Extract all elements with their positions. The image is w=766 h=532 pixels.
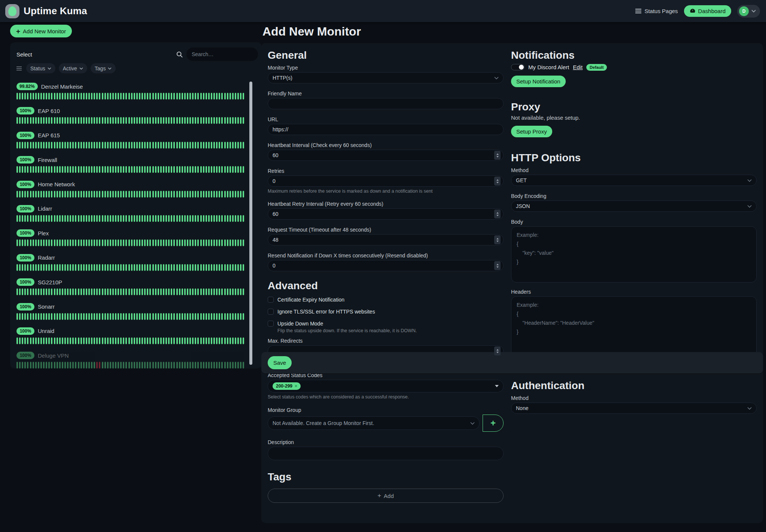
dashboard-button[interactable]: Dashboard <box>684 5 731 17</box>
body-encoding-value: JSON <box>516 203 530 209</box>
body-textarea[interactable] <box>511 226 757 282</box>
monitor-name: Radarr <box>38 254 55 261</box>
chevron-down-icon <box>494 77 499 79</box>
heartbeat-bar <box>16 191 258 198</box>
filter-active[interactable]: Active <box>59 63 87 73</box>
brand-name: Uptime Kuma <box>24 5 87 17</box>
setup-proxy-button[interactable]: Setup Proxy <box>511 126 552 137</box>
max-redirects-label: Max. Redirects <box>268 338 504 344</box>
brand[interactable]: Uptime Kuma <box>5 4 87 18</box>
monitor-item[interactable]: 100%Lidarr <box>16 205 258 222</box>
status-code-tag-label: 200-299 <box>276 384 292 388</box>
number-spinner[interactable] <box>494 261 501 270</box>
retry-interval-input[interactable] <box>268 208 504 220</box>
status-pages-link[interactable]: Status Pages <box>635 8 678 14</box>
monitor-item[interactable]: 100%Firewall <box>16 156 258 173</box>
monitor-list-panel: Select Status Active Tags <box>10 42 262 369</box>
accepted-status-codes-select[interactable]: 200-299 × <box>268 380 504 392</box>
monitor-name: Plex <box>38 230 49 236</box>
body-label: Body <box>511 219 757 225</box>
monitor-item[interactable]: 100%Unraid <box>16 327 258 344</box>
default-badge: Default <box>586 64 607 71</box>
tags-heading: Tags <box>268 471 504 483</box>
number-spinner[interactable] <box>494 346 501 355</box>
uptime-badge: 100% <box>16 327 34 335</box>
monitor-item[interactable]: 100%Sonarr <box>16 303 258 320</box>
heartbeat-bar <box>16 362 258 369</box>
add-new-monitor-label: Add New Monitor <box>23 28 66 34</box>
monitor-group-label: Monitor Group <box>268 407 504 413</box>
form-column-left: General Monitor Type HTTP(s) Friendly Na… <box>268 50 504 503</box>
caret-down-icon <box>495 385 499 387</box>
number-spinner[interactable] <box>494 210 501 218</box>
upside-down-label: Upside Down Mode <box>277 321 323 327</box>
monitor-name: Deluge VPN <box>38 352 69 359</box>
navbar: Uptime Kuma Status Pages Dashboard D <box>0 0 766 22</box>
monitor-item[interactable]: 100%Radarr <box>16 254 258 271</box>
resend-input[interactable] <box>268 260 504 271</box>
number-spinner[interactable] <box>494 235 501 244</box>
monitor-item[interactable]: 99.82%Denzel Markeise <box>16 83 258 100</box>
heartbeat-interval-input[interactable] <box>268 150 504 161</box>
monitor-item[interactable]: 100%SG2210P <box>16 278 258 295</box>
url-input[interactable] <box>268 124 504 135</box>
add-new-monitor-button[interactable]: + Add New Monitor <box>10 25 72 37</box>
save-button[interactable]: Save <box>268 356 292 369</box>
monitor-item[interactable]: 100%EAP 615 <box>16 132 258 149</box>
body-encoding-select[interactable]: JSON <box>511 201 757 212</box>
number-spinner[interactable] <box>494 151 501 160</box>
monitor-type-select[interactable]: HTTP(s) <box>268 72 504 83</box>
heartbeat-bar <box>16 93 258 100</box>
uptime-badge: 100% <box>16 229 34 237</box>
timeout-input[interactable] <box>268 234 504 245</box>
description-input[interactable] <box>268 447 504 460</box>
number-spinner[interactable] <box>494 177 501 186</box>
chevron-down-icon <box>470 422 475 425</box>
add-tag-button[interactable]: + Add <box>268 489 504 503</box>
monitor-name: Sonarr <box>38 303 55 310</box>
select-button[interactable]: Select <box>16 51 32 58</box>
chevron-down-icon <box>747 407 752 410</box>
filter-status[interactable]: Status <box>26 63 55 73</box>
monitor-group-select[interactable]: Not Available. Create a Group Monitor Fi… <box>268 416 480 430</box>
chevron-down-icon <box>79 67 83 70</box>
user-menu[interactable]: D <box>737 5 760 18</box>
friendly-name-label: Friendly Name <box>268 91 504 97</box>
status-code-tag[interactable]: 200-299 × <box>273 382 301 390</box>
ignore-tls-checkbox[interactable] <box>268 309 274 315</box>
setup-notification-button[interactable]: Setup Notification <box>511 76 566 87</box>
upside-down-checkbox[interactable] <box>268 321 274 327</box>
notification-toggle[interactable] <box>511 64 525 70</box>
add-group-button[interactable]: + <box>483 415 504 432</box>
monitor-name: SG2210P <box>38 279 62 285</box>
retries-input[interactable] <box>268 175 504 187</box>
url-label: URL <box>268 116 504 122</box>
monitor-item[interactable]: 100%EAP 610 <box>16 107 258 124</box>
notifications-heading: Notifications <box>511 50 757 61</box>
plus-icon: + <box>377 492 381 499</box>
sidebar: + Add New Monitor Select Status Active <box>10 25 262 369</box>
friendly-name-input[interactable] <box>268 98 504 109</box>
main-content: Add New Monitor General Monitor Type HTT… <box>261 25 763 523</box>
filter-tags[interactable]: Tags <box>91 63 116 73</box>
search-input[interactable] <box>186 48 258 61</box>
http-method-select[interactable]: GET <box>511 175 757 186</box>
uptime-badge: 100% <box>16 303 34 311</box>
monitor-name: Lidarr <box>38 205 52 212</box>
cert-expiry-checkbox[interactable] <box>268 297 274 303</box>
notification-edit-link[interactable]: Edit <box>573 64 583 70</box>
headers-label: Headers <box>511 289 757 295</box>
monitor-group-value: Not Available. Create a Group Monitor Fi… <box>273 420 374 426</box>
scrollbar[interactable] <box>249 82 252 365</box>
chevron-down-icon <box>751 10 756 13</box>
uptime-badge: 99.82% <box>16 83 38 90</box>
monitor-item[interactable]: 100%Deluge VPN <box>16 352 258 369</box>
description-label: Description <box>268 439 504 445</box>
filter-list-icon[interactable] <box>16 66 22 71</box>
auth-method-select[interactable]: None <box>511 403 757 414</box>
monitor-item[interactable]: 100%Plex <box>16 229 258 246</box>
remove-tag-icon[interactable]: × <box>295 384 297 388</box>
monitor-item[interactable]: 100%Home Network <box>16 181 258 198</box>
upside-down-help: Flip the status upside down. If the serv… <box>268 328 504 333</box>
uptime-badge: 100% <box>16 181 34 188</box>
